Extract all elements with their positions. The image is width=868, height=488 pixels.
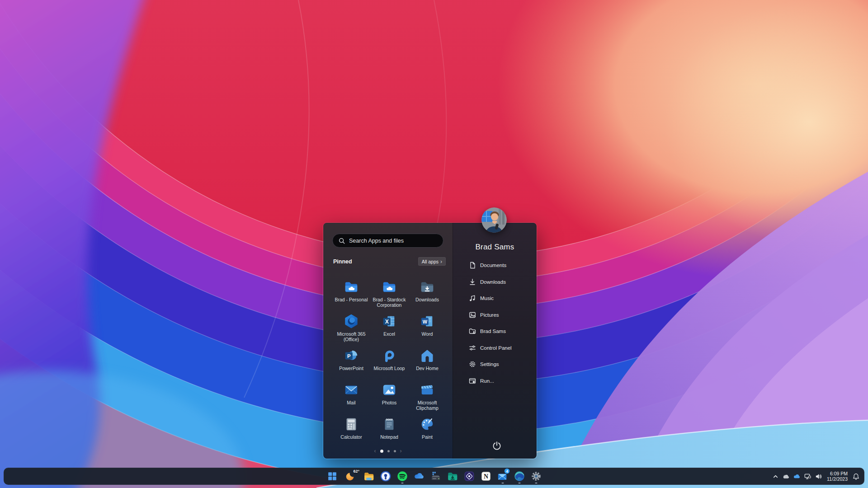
page-next-icon[interactable]: › [400, 448, 402, 454]
pinned-app[interactable]: Microsoft Clipchamp [408, 380, 446, 415]
taskbar-diamond-app-button[interactable] [462, 469, 476, 484]
pinned-app[interactable]: WWord [408, 312, 446, 346]
page-prev-icon[interactable]: ‹ [374, 448, 376, 454]
onedrive-folder-icon [382, 279, 397, 295]
taskbar-edge-button[interactable] [512, 469, 527, 484]
1password-icon [380, 470, 392, 482]
quick-link-control-panel[interactable]: Control Panel [453, 340, 537, 357]
pinned-app[interactable]: XExcel [370, 312, 408, 346]
pinned-app[interactable]: PPowerPoint [332, 346, 370, 380]
pinned-app[interactable]: Paint [408, 415, 446, 449]
taskbar-start-button[interactable] [325, 469, 340, 484]
gear-sm-icon [468, 360, 476, 368]
user-avatar[interactable] [481, 207, 507, 233]
pinned-app[interactable]: Microsoft 365 (Office) [332, 312, 370, 346]
taskbar-center-icons: 62°N4 [325, 468, 543, 484]
tray-onedrive-button[interactable] [792, 469, 802, 483]
pictures-icon [468, 311, 476, 319]
hidden-icons-chevron-button[interactable] [771, 469, 780, 483]
taskbar-weather-button[interactable]: 62° [341, 469, 359, 484]
edge-icon [514, 470, 525, 482]
downloads-folder-icon [420, 279, 435, 295]
pinned-app-label: Notepad [370, 434, 408, 440]
notepad-icon [382, 417, 397, 432]
pinned-app-label: Mail [332, 400, 370, 405]
loop-icon [382, 348, 397, 363]
taskbar-1password-button[interactable] [378, 469, 393, 484]
page-dot[interactable] [394, 450, 396, 452]
pinned-app[interactable]: Downloads [408, 277, 446, 312]
taskbar-file-explorer-button[interactable] [361, 469, 376, 484]
quick-link-label: Settings [480, 361, 499, 367]
pinned-app[interactable]: Photos [370, 380, 408, 415]
tray-volume-button[interactable] [813, 469, 823, 483]
desktop: Pinned All apps › Brad - PersonalBrad - … [0, 0, 868, 488]
power-button[interactable] [490, 438, 504, 453]
tray-icons [771, 469, 823, 483]
start-menu-main-panel: Pinned All apps › Brad - PersonalBrad - … [323, 223, 453, 459]
clock-date: 11/2/2023 [827, 476, 848, 482]
taskbar-downloads-folder-button[interactable] [445, 469, 460, 484]
pinned-section-title: Pinned [333, 258, 352, 265]
chevron-up-icon [772, 473, 779, 480]
taskbar-settings-button[interactable] [528, 469, 543, 484]
pinned-app-label: Calculator [332, 434, 370, 440]
word-icon: W [420, 314, 435, 329]
all-apps-button[interactable]: All apps › [418, 257, 446, 266]
pinned-app[interactable]: Brad - Personal [332, 277, 370, 312]
pinned-app-label: Brad - Stardock Corporation [370, 297, 408, 308]
volume-icon [815, 473, 822, 480]
taskbar-clock[interactable]: 6:09 PM 11/2/2023 [827, 471, 848, 482]
system-tray: 6:09 PM 11/2/2023 [771, 468, 861, 484]
search-input[interactable] [349, 238, 438, 244]
quick-link-label: Music [480, 296, 494, 301]
taskbar-spotify-button[interactable] [395, 469, 410, 484]
quick-link-label: Run... [480, 378, 494, 384]
start-menu-user-panel: Brad Sams DocumentsDownloadsMusicPicture… [453, 223, 537, 459]
unread-badge: 4 [504, 468, 510, 474]
user-name: Brad Sams [453, 243, 537, 252]
quick-link-documents[interactable]: Documents [453, 257, 537, 274]
start-search[interactable] [332, 234, 443, 248]
tray-network-button[interactable] [802, 469, 812, 483]
pinned-app-label: Microsoft Loop [370, 366, 408, 371]
taskbar-storage-drive-button[interactable] [428, 469, 443, 484]
quick-link-downloads[interactable]: Downloads [453, 274, 537, 291]
quick-link-music[interactable]: Music [453, 290, 537, 307]
pinned-app[interactable]: Notepad [370, 415, 408, 449]
pinned-app[interactable]: Brad - Stardock Corporation [370, 277, 408, 312]
paint-icon [420, 417, 435, 432]
run-icon [468, 377, 476, 385]
quick-link-pictures[interactable]: Pictures [453, 307, 537, 324]
taskbar-onedrive-button[interactable] [411, 469, 426, 484]
pinned-app-label: Microsoft 365 (Office) [332, 331, 370, 342]
search-icon [338, 237, 345, 244]
pinned-app-label: Word [408, 331, 446, 337]
quick-link-label: Pictures [480, 312, 499, 318]
quick-link-settings[interactable]: Settings [453, 356, 537, 373]
quick-link-run[interactable]: Run... [453, 373, 537, 389]
tray-cloud-button[interactable] [781, 469, 791, 483]
pinned-app[interactable]: Mail [332, 380, 370, 415]
quick-link-label: Documents [480, 263, 506, 268]
pinned-app[interactable]: Calculator [332, 415, 370, 449]
drive-icon [430, 470, 442, 482]
pinned-app-label: PowerPoint [332, 366, 370, 371]
clipchamp-icon [420, 382, 435, 398]
svg-text:N: N [483, 473, 488, 480]
page-dot[interactable] [387, 450, 390, 452]
quick-links-list: DocumentsDownloadsMusicPicturesBrad Sams… [453, 257, 537, 389]
user-folder-icon [468, 327, 476, 335]
taskbar-notion-button[interactable]: N [478, 469, 493, 484]
pinned-app-label: Paint [408, 434, 446, 440]
weather-temperature: 62° [353, 469, 359, 474]
pinned-app[interactable]: Dev Home [408, 346, 446, 380]
quick-link-brad-sams[interactable]: Brad Sams [453, 323, 537, 340]
calculator-icon [344, 417, 359, 432]
pinned-app[interactable]: Microsoft Loop [370, 346, 408, 380]
page-dot[interactable] [380, 450, 383, 453]
notion-icon: N [480, 470, 492, 482]
quick-link-label: Downloads [480, 279, 506, 285]
taskbar-mail-button[interactable]: 4 [495, 469, 510, 484]
notifications-bell-button[interactable] [850, 469, 861, 483]
